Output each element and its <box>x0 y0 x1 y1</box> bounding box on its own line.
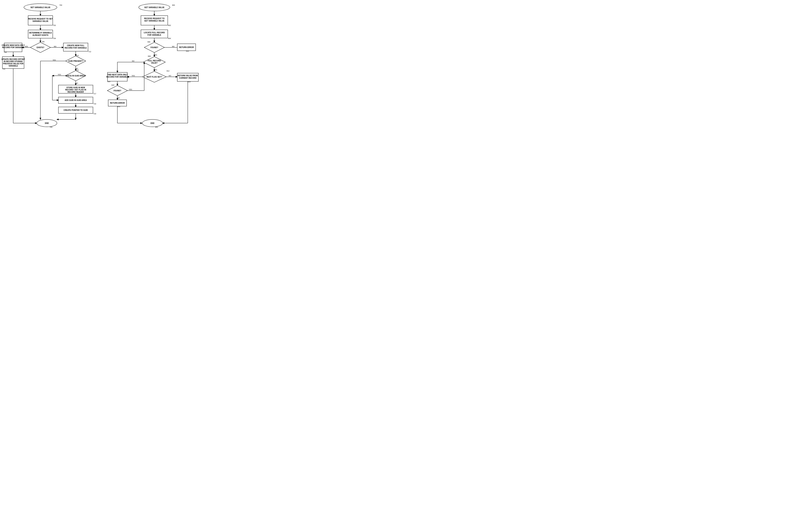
label-715: SPACE IN GUID AREA? <box>65 75 86 77</box>
yes-706-label: YES <box>25 46 28 47</box>
label-816b: CURRENT RECORD <box>179 77 197 79</box>
label-814a: FIND NEXT DATA ONLY <box>107 74 127 76</box>
end-label-right: END <box>151 122 154 124</box>
label-812: NEXT FLAG SET? <box>147 76 162 78</box>
label-710a: UPDATE RECORD OFFSET <box>1 58 25 60</box>
ref714: 714 <box>76 55 79 56</box>
label-808a: FULL RECORD <box>148 60 161 62</box>
label-808b: VALID? <box>151 62 157 64</box>
ref715: 715 <box>76 69 79 71</box>
label-717a: ADD GUID IN GUID AREA <box>65 99 87 101</box>
ref700: 700 <box>59 4 62 6</box>
yes-806-label: YES <box>154 54 157 56</box>
label-708a: CREATE NEW DATA ONLY <box>2 44 25 46</box>
right-flowchart: GET VARIABLE VALUE 800 RECEIVE REQUEST T… <box>100 2 203 133</box>
label-816a: RETURN VALUE FROM <box>178 75 198 77</box>
label-702b: VARIABLE VALUE <box>32 20 48 22</box>
yes-808-label: YES <box>154 69 157 71</box>
left-flowchart: SET VARIABLE VALUE 700 RECEIVE REQUEST T… <box>1 2 100 133</box>
label-706: EXISTS? <box>36 46 44 48</box>
label-814b: RECORD FOR VARIABLE <box>106 76 128 78</box>
ref820: 820 <box>118 106 120 107</box>
label-712b: RECORD FOR VARIABLE <box>65 47 87 49</box>
label-806: FOUND? <box>151 46 158 48</box>
no-706-label: NO <box>54 46 57 47</box>
label-810: RETURN ERROR <box>179 46 194 48</box>
no-806-label: NO <box>172 46 174 47</box>
label-716a: STORE GUID IN NEW <box>66 87 85 89</box>
yes-715-label: YES <box>58 74 61 76</box>
ref818: 818 <box>111 84 114 86</box>
label-716b: RECORD / SET FLAG IN <box>65 89 86 91</box>
label-718: CREATE POINTER TO GUID <box>64 109 88 111</box>
ref702: 702 <box>53 25 56 26</box>
no-808-label: NO <box>132 60 135 62</box>
no-812-label: NO <box>169 75 171 77</box>
ref720: 720 <box>50 126 52 128</box>
label-704b: ALREADY EXISTS <box>32 34 48 36</box>
label-818: FOUND? <box>113 90 121 92</box>
ref816: 816 <box>188 81 190 83</box>
ref812: 812 <box>167 70 169 72</box>
ref704: 704 <box>53 38 56 39</box>
ref717: 716 <box>93 103 96 105</box>
ref710: 710 <box>2 68 5 70</box>
end-label-left: END <box>45 122 49 124</box>
ref822: 822 <box>155 126 158 128</box>
ref810: 810 <box>186 50 189 52</box>
ref808: 808 <box>148 55 151 57</box>
no-818-label: NO <box>117 97 120 99</box>
ref814: 814 <box>107 81 110 82</box>
label-804b: FOR VARIABLE <box>148 34 161 36</box>
label-708b: RECORD FOR VARIABLE <box>2 46 25 48</box>
label-820: RETURN ERROR <box>110 102 125 104</box>
ref708: 708 <box>4 51 6 53</box>
no-715-label: NO <box>76 82 78 84</box>
ref716: 717 <box>93 93 96 95</box>
ref806: 806 <box>148 41 150 43</box>
label-804a: LOCATE FULL RECORD <box>144 32 165 34</box>
label-704a: DETERMINE IF VARIABLE <box>29 32 52 34</box>
label-710d: VARIABLE <box>9 65 18 67</box>
start-label-right: GET VARIABLE VALUE <box>144 6 165 9</box>
label-710b: IN RECORD STORING <box>4 60 23 62</box>
label-802b: GET VARIABLE VALUE <box>144 20 165 22</box>
label-714: GUID PRESENT? <box>68 60 83 62</box>
ref800: 800 <box>172 4 175 6</box>
ref712: 712 <box>88 51 91 52</box>
ref804: 804 <box>168 38 171 39</box>
yes-818-label: YES <box>129 89 132 90</box>
label-712a: CREATE NEW FULL <box>67 44 85 46</box>
label-702a: RECEIVE REQUEST TO SET <box>28 18 53 20</box>
yes-714-label: YES <box>52 59 56 61</box>
ref706: 706 <box>42 41 44 43</box>
ref802: 802 <box>168 25 171 26</box>
yes-812-label: YES <box>132 75 135 77</box>
diagram-container: SET VARIABLE VALUE 700 RECEIVE REQUEST T… <box>0 0 203 135</box>
ref718: 718 <box>93 113 96 115</box>
label-802a: RECEIVE REQUEST TO <box>144 17 165 19</box>
start-label-left: SET VARIABLE VALUE <box>30 6 50 9</box>
label-716c: RECORD HEADER <box>67 91 84 93</box>
label-710c: PREVIOUS VALUE FOR <box>3 63 24 65</box>
